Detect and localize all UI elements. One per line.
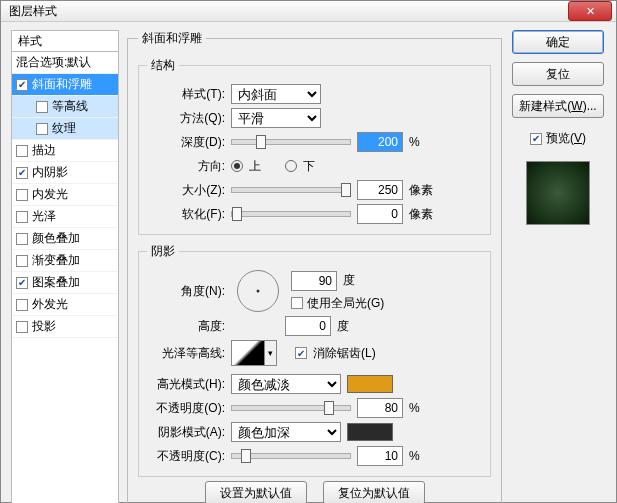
shadow-mode-label: 阴影模式(A):: [147, 424, 225, 441]
style-row[interactable]: 投影: [12, 316, 118, 338]
style-label: 内阴影: [32, 164, 68, 181]
style-row[interactable]: 等高线: [12, 96, 118, 118]
technique-select[interactable]: 平滑: [231, 108, 321, 128]
style-checkbox[interactable]: ✔: [16, 167, 28, 179]
styles-panel: 样式 混合选项:默认 ✔斜面和浮雕等高线纹理描边✔内阴影内发光光泽颜色叠加渐变叠…: [11, 30, 119, 503]
style-row[interactable]: 纹理: [12, 118, 118, 140]
technique-label: 方法(Q):: [147, 110, 225, 127]
style-label: 内发光: [32, 186, 68, 203]
style-label: 渐变叠加: [32, 252, 80, 269]
style-checkbox[interactable]: [16, 321, 28, 333]
style-row[interactable]: 描边: [12, 140, 118, 162]
style-label: 描边: [32, 142, 56, 159]
style-row[interactable]: 颜色叠加: [12, 228, 118, 250]
shadow-opacity-label: 不透明度(C):: [147, 448, 225, 465]
depth-input[interactable]: 200: [357, 132, 403, 152]
style-checkbox[interactable]: [36, 101, 48, 113]
style-checkbox[interactable]: [16, 299, 28, 311]
angle-dial[interactable]: [237, 270, 279, 312]
depth-unit: %: [409, 135, 437, 149]
gloss-contour-picker[interactable]: [231, 340, 265, 366]
shadow-opacity-input[interactable]: 10: [357, 446, 403, 466]
highlight-mode-label: 高光模式(H):: [147, 376, 225, 393]
style-row[interactable]: 渐变叠加: [12, 250, 118, 272]
size-slider[interactable]: [231, 187, 351, 193]
style-row[interactable]: 光泽: [12, 206, 118, 228]
shadow-opacity-slider[interactable]: [231, 453, 351, 459]
soften-input[interactable]: 0: [357, 204, 403, 224]
structure-group: 结构 样式(T): 内斜面 方法(Q): 平滑 深度(D): 200 %: [138, 57, 491, 235]
reset-default-button[interactable]: 复位为默认值: [323, 481, 425, 503]
preview-thumbnail: [526, 161, 590, 225]
highlight-opacity-label: 不透明度(O):: [147, 400, 225, 417]
style-row[interactable]: 外发光: [12, 294, 118, 316]
style-checkbox[interactable]: ✔: [16, 79, 28, 91]
style-label: 纹理: [52, 120, 76, 137]
style-label: 外发光: [32, 296, 68, 313]
preview-label: 预览(V): [546, 130, 586, 147]
highlight-mode-select[interactable]: 颜色减淡: [231, 374, 341, 394]
direction-down-radio[interactable]: [285, 160, 297, 172]
close-button[interactable]: ✕: [568, 1, 612, 21]
depth-label: 深度(D):: [147, 134, 225, 151]
style-row[interactable]: ✔斜面和浮雕: [12, 74, 118, 96]
titlebar: 图层样式 ✕: [1, 1, 616, 22]
global-light-label: 使用全局光(G): [307, 295, 384, 312]
style-row[interactable]: ✔内阴影: [12, 162, 118, 184]
shadow-mode-select[interactable]: 颜色加深: [231, 422, 341, 442]
group-title: 斜面和浮雕: [138, 30, 206, 47]
ok-button[interactable]: 确定: [512, 30, 604, 54]
make-default-button[interactable]: 设置为默认值: [205, 481, 307, 503]
angle-label: 角度(N):: [147, 283, 225, 300]
style-checkbox[interactable]: [16, 255, 28, 267]
style-label: 样式(T):: [147, 86, 225, 103]
blending-options-row[interactable]: 混合选项:默认: [12, 52, 118, 74]
global-light-checkbox[interactable]: [291, 297, 303, 309]
style-checkbox[interactable]: [16, 233, 28, 245]
dialog-body: 样式 混合选项:默认 ✔斜面和浮雕等高线纹理描边✔内阴影内发光光泽颜色叠加渐变叠…: [1, 22, 616, 503]
style-select[interactable]: 内斜面: [231, 84, 321, 104]
action-panel: 确定 复位 新建样式(W)... ✔ 预览(V): [510, 30, 606, 503]
altitude-unit: 度: [337, 318, 349, 335]
preview-checkbox[interactable]: ✔: [530, 133, 542, 145]
cancel-button[interactable]: 复位: [512, 62, 604, 86]
style-label: 斜面和浮雕: [32, 76, 92, 93]
close-icon: ✕: [586, 5, 595, 18]
size-unit: 像素: [409, 182, 437, 199]
antialias-label: 消除锯齿(L): [313, 345, 376, 362]
style-label: 等高线: [52, 98, 88, 115]
style-checkbox[interactable]: [36, 123, 48, 135]
shadow-opacity-unit: %: [409, 449, 420, 463]
highlight-opacity-input[interactable]: 80: [357, 398, 403, 418]
style-checkbox[interactable]: [16, 145, 28, 157]
highlight-opacity-slider[interactable]: [231, 405, 351, 411]
soften-slider[interactable]: [231, 211, 351, 217]
style-label: 颜色叠加: [32, 230, 80, 247]
soften-unit: 像素: [409, 206, 437, 223]
style-label: 光泽: [32, 208, 56, 225]
highlight-color-swatch[interactable]: [347, 375, 393, 393]
style-row[interactable]: 内发光: [12, 184, 118, 206]
options-panel: 斜面和浮雕 结构 样式(T): 内斜面 方法(Q): 平滑 深度(D): 200: [127, 30, 502, 503]
gloss-contour-dropdown[interactable]: ▾: [265, 340, 277, 366]
style-checkbox[interactable]: [16, 211, 28, 223]
size-label: 大小(Z):: [147, 182, 225, 199]
style-label: 投影: [32, 318, 56, 335]
style-checkbox[interactable]: [16, 189, 28, 201]
style-row[interactable]: ✔图案叠加: [12, 272, 118, 294]
shading-group: 阴影 角度(N): 90 度 使用全局光(G): [138, 243, 491, 477]
size-input[interactable]: 250: [357, 180, 403, 200]
direction-up-radio[interactable]: [231, 160, 243, 172]
depth-slider[interactable]: [231, 139, 351, 145]
altitude-input[interactable]: 0: [285, 316, 331, 336]
style-checkbox[interactable]: ✔: [16, 277, 28, 289]
new-style-button[interactable]: 新建样式(W)...: [512, 94, 604, 118]
shadow-color-swatch[interactable]: [347, 423, 393, 441]
bevel-emboss-group: 斜面和浮雕 结构 样式(T): 内斜面 方法(Q): 平滑 深度(D): 200: [127, 30, 502, 503]
highlight-opacity-unit: %: [409, 401, 420, 415]
angle-input[interactable]: 90: [291, 271, 337, 291]
antialias-checkbox[interactable]: ✔: [295, 347, 307, 359]
altitude-label: 高度:: [147, 318, 225, 335]
angle-unit: 度: [343, 272, 355, 289]
shading-title: 阴影: [147, 243, 179, 260]
